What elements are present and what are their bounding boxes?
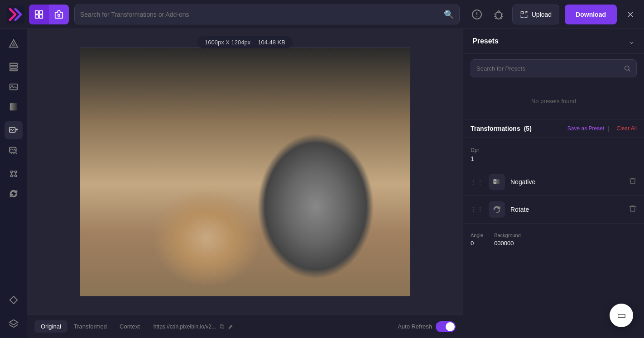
angle-value[interactable]: 0: [471, 240, 483, 247]
presets-chevron-icon[interactable]: ⌄: [628, 36, 635, 46]
transform-tool-button[interactable]: [29, 5, 49, 24]
main-search-icon: 🔍: [444, 10, 454, 19]
angle-param: Angle 0: [471, 233, 483, 247]
auto-refresh-toggle[interactable]: [436, 321, 456, 332]
svg-rect-3: [35, 14, 38, 18]
dpr-section: Dpr 1: [463, 142, 644, 168]
canvas-area: 1600px X 1204px 104.48 KB Original Trans…: [27, 29, 463, 338]
main-search-bar[interactable]: 🔍: [74, 5, 460, 24]
negative-drag-handle[interactable]: ⋮⋮: [471, 178, 483, 186]
svg-rect-10: [10, 66, 17, 68]
svg-rect-4: [39, 14, 43, 18]
tab-original[interactable]: Original: [34, 320, 67, 333]
rotate-drag-handle[interactable]: ⋮⋮: [471, 206, 483, 213]
chat-float-button[interactable]: ▭: [610, 304, 633, 327]
presets-title: Presets: [472, 37, 499, 45]
sidebar-icon-plus-image[interactable]: [5, 121, 23, 139]
background-label: Background: [494, 233, 521, 238]
open-url-icon[interactable]: ⬈: [228, 323, 233, 330]
image-size: 104.48 KB: [258, 39, 285, 46]
rotate-name: Rotate: [510, 206, 623, 213]
main-search-input[interactable]: [80, 11, 444, 18]
bottom-bar: Original Transformed Context https://cdn…: [27, 314, 463, 338]
svg-point-22: [494, 181, 495, 182]
rotate-params-section: Angle 0 Background 000000: [463, 224, 644, 252]
svg-rect-9: [10, 63, 17, 66]
negative-delete-icon[interactable]: [629, 177, 637, 187]
presets-search-bar[interactable]: [471, 59, 637, 77]
right-panel: Presets ⌄ No presets found Transformatio…: [463, 29, 644, 338]
save-preset-button[interactable]: Save as Preset: [567, 125, 604, 132]
canvas-image: [80, 48, 410, 296]
download-button[interactable]: Download: [565, 5, 617, 24]
url-bar: https://cdn.pixelbin.io/v2... ⧉ ⬈: [154, 323, 390, 330]
upload-label: Upload: [532, 11, 552, 18]
clear-all-button[interactable]: Clear All: [616, 125, 637, 132]
toggle-knob: [446, 322, 455, 331]
auto-refresh: Auto Refresh: [398, 321, 456, 332]
dpr-label: Dpr: [471, 147, 637, 153]
sidebar-icon-layers2[interactable]: [5, 314, 23, 333]
info-button[interactable]: [469, 6, 485, 23]
copy-url-icon[interactable]: ⧉: [220, 323, 224, 330]
auto-refresh-label: Auto Refresh: [398, 323, 432, 330]
image-info-bar: 1600px X 1204px 104.48 KB: [197, 36, 293, 48]
download-label: Download: [576, 11, 606, 18]
chat-icon: ▭: [617, 309, 626, 321]
presets-header: Presets ⌄: [463, 29, 644, 54]
transforms-count: (5): [524, 125, 532, 132]
svg-rect-2: [39, 10, 43, 14]
tab-context[interactable]: Context: [113, 320, 146, 333]
svg-marker-18: [10, 296, 17, 304]
transforms-title: Transformations: [471, 125, 520, 132]
canvas-viewport[interactable]: [27, 29, 463, 314]
tool-buttons: [29, 5, 69, 24]
upload-button[interactable]: Upload: [512, 5, 559, 24]
sidebar-icon-mountain[interactable]: [5, 141, 23, 159]
svg-rect-14: [10, 103, 17, 111]
sidebar-icon-layers[interactable]: [5, 58, 23, 76]
sidebar-icon-diamond[interactable]: [5, 291, 23, 309]
rotate-delete-icon[interactable]: [629, 205, 637, 214]
negative-icon: [489, 174, 505, 190]
svg-rect-11: [10, 69, 17, 71]
negative-name: Negative: [510, 178, 623, 186]
sidebar-icon-rotate-tool[interactable]: [5, 185, 23, 203]
presets-search-icon: [624, 65, 631, 72]
dpr-value: 1: [471, 155, 637, 162]
sidebar-icon-image[interactable]: [5, 78, 23, 96]
background-param: Background 000000: [494, 233, 521, 247]
rotate-icon: [489, 201, 505, 218]
addon-tool-button[interactable]: [49, 5, 69, 24]
svg-point-5: [58, 14, 60, 16]
transform-item-rotate[interactable]: ⋮⋮ Rotate: [463, 196, 644, 224]
no-presets-text: No presets found: [463, 83, 644, 119]
cat-image-inner: [80, 48, 410, 296]
transform-item-negative[interactable]: ⋮⋮ Negative: [463, 168, 644, 196]
sidebar-icon-histogram[interactable]: [5, 34, 23, 52]
main-content: 1600px X 1204px 104.48 KB Original Trans…: [0, 29, 644, 338]
topbar: 🔍 Upload Down: [0, 0, 644, 29]
background-value[interactable]: 000000: [494, 240, 521, 247]
angle-label: Angle: [471, 233, 483, 238]
logo: [5, 5, 25, 24]
close-button[interactable]: [622, 6, 639, 23]
transforms-header: Transformations (5) Save as Preset | Cle…: [463, 119, 644, 138]
presets-search-input[interactable]: [476, 65, 624, 72]
view-tabs: Original Transformed Context: [34, 320, 146, 333]
rotate-params: Angle 0 Background 000000: [471, 233, 637, 247]
left-sidebar: [0, 29, 27, 338]
topbar-actions: Upload Download: [469, 5, 639, 24]
sidebar-icon-gradient[interactable]: [5, 98, 23, 116]
svg-rect-1: [35, 10, 38, 14]
image-url: https://cdn.pixelbin.io/v2...: [154, 324, 216, 330]
image-dimensions: 1600px X 1204px: [205, 39, 250, 46]
tab-transformed[interactable]: Transformed: [67, 320, 113, 333]
sidebar-icon-transform[interactable]: [5, 165, 23, 183]
svg-rect-7: [521, 11, 523, 14]
bug-button[interactable]: [490, 6, 507, 23]
